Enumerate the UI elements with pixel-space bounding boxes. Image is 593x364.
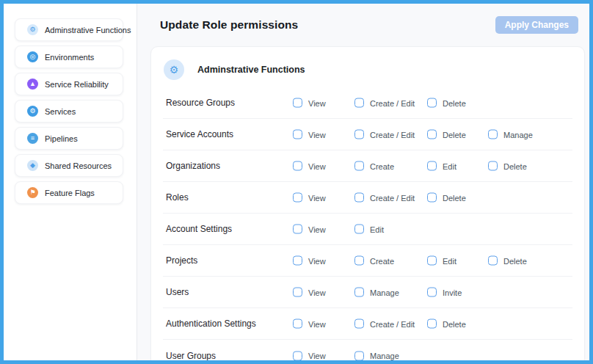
- permission-option-service-accounts-create-edit[interactable]: Create / Edit: [354, 130, 415, 139]
- checkbox-label: View: [308, 130, 326, 139]
- checkbox-label: View: [308, 98, 326, 107]
- checkbox[interactable]: [354, 98, 364, 108]
- checkbox[interactable]: [354, 225, 364, 234]
- sidebar-item-label: Service Reliability: [45, 80, 109, 89]
- permission-option-account-settings-view[interactable]: View: [293, 225, 326, 234]
- checkbox-label: Create / Edit: [370, 130, 415, 139]
- permission-option-service-accounts-view[interactable]: View: [293, 130, 326, 139]
- checkbox[interactable]: [293, 319, 302, 329]
- permission-row-label: Account Settings: [166, 224, 232, 234]
- sidebar-item-adminstrative-functions[interactable]: ⚙Adminstrative Functions: [15, 18, 123, 41]
- checkbox[interactable]: [354, 130, 364, 139]
- permission-option-service-accounts-manage[interactable]: Manage: [488, 130, 533, 139]
- permission-option-projects-delete[interactable]: Delete: [488, 256, 527, 266]
- checkbox-label: Manage: [503, 130, 533, 139]
- checkbox[interactable]: [427, 98, 437, 108]
- checkbox-label: Edit: [443, 161, 456, 170]
- permission-option-projects-create[interactable]: Create: [354, 256, 394, 266]
- sidebar-item-feature-flags[interactable]: ⚑Feature Flags: [15, 181, 123, 204]
- sidebar-item-shared-resources[interactable]: ◆Shared Resources: [15, 154, 123, 177]
- checkbox[interactable]: [354, 193, 364, 203]
- apply-changes-button[interactable]: Apply Changes: [495, 16, 578, 34]
- checkbox-label: Delete: [503, 256, 527, 265]
- checkbox-label: View: [308, 193, 326, 202]
- checkbox[interactable]: [293, 351, 302, 360]
- checkbox-label: View: [308, 288, 326, 296]
- checkbox-label: View: [308, 225, 326, 233]
- permission-option-roles-view[interactable]: View: [293, 193, 326, 203]
- flag-icon: ⚑: [27, 187, 38, 198]
- checkbox-label: View: [308, 256, 326, 265]
- checkbox[interactable]: [354, 351, 364, 360]
- checkbox-label: Edit: [443, 256, 456, 265]
- permission-row-account-settings: Account SettingsViewEdit: [163, 214, 572, 245]
- checkbox[interactable]: [293, 225, 302, 234]
- permission-option-organizations-view[interactable]: View: [293, 161, 326, 171]
- checkbox[interactable]: [427, 256, 437, 266]
- sidebar-list: ⚙Adminstrative Functions◎Environments▲Se…: [15, 18, 137, 204]
- permission-option-user-groups-manage[interactable]: Manage: [354, 351, 399, 360]
- permission-row-roles: RolesViewCreate / EditDelete: [163, 182, 572, 214]
- checkbox[interactable]: [293, 256, 302, 266]
- permission-row-authentication-settings: Authentication SettingsViewCreate / Edit…: [163, 308, 572, 340]
- checkbox[interactable]: [293, 193, 302, 203]
- permission-option-authentication-settings-create-edit[interactable]: Create / Edit: [354, 319, 415, 329]
- checkbox[interactable]: [293, 161, 302, 171]
- sidebar-item-label: Environments: [45, 53, 94, 62]
- permission-row-label: Roles: [166, 192, 189, 203]
- checkbox-label: Manage: [370, 352, 399, 360]
- gear-icon: ⚙: [164, 59, 184, 80]
- permission-option-resource-groups-view[interactable]: View: [293, 98, 326, 108]
- sidebar-item-service-reliability[interactable]: ▲Service Reliability: [15, 73, 123, 95]
- permission-row-projects: ProjectsViewCreateEditDelete: [163, 245, 572, 277]
- permissions-card-header: ⚙ Adminstrative Functions: [151, 47, 584, 87]
- permission-option-user-groups-view[interactable]: View: [293, 351, 326, 360]
- permission-option-projects-view[interactable]: View: [293, 256, 326, 266]
- checkbox-label: Manage: [370, 288, 399, 296]
- checkbox[interactable]: [354, 319, 364, 329]
- permission-row-resource-groups: Resource GroupsViewCreate / EditDelete: [163, 87, 572, 119]
- permission-row-label: Service Accounts: [166, 129, 233, 139]
- permission-option-roles-delete[interactable]: Delete: [427, 193, 466, 203]
- sidebar-item-pipelines[interactable]: ≡Pipelines: [15, 127, 123, 150]
- checkbox[interactable]: [293, 98, 302, 108]
- checkbox[interactable]: [293, 288, 302, 297]
- checkbox[interactable]: [427, 319, 437, 329]
- permission-option-organizations-delete[interactable]: Delete: [488, 161, 527, 171]
- checkbox[interactable]: [488, 161, 498, 171]
- checkbox-label: Delete: [443, 193, 466, 202]
- checkbox-label: Invite: [443, 288, 462, 296]
- sidebar-item-label: Feature Flags: [45, 189, 95, 197]
- checkbox[interactable]: [354, 161, 364, 171]
- permission-option-organizations-create[interactable]: Create: [354, 161, 394, 171]
- permission-option-service-accounts-delete[interactable]: Delete: [427, 130, 466, 139]
- permission-option-users-manage[interactable]: Manage: [354, 288, 399, 297]
- checkbox-label: Edit: [370, 225, 384, 233]
- permission-option-account-settings-edit[interactable]: Edit: [354, 225, 384, 234]
- sidebar-item-environments[interactable]: ◎Environments: [15, 46, 123, 68]
- permission-option-roles-create-edit[interactable]: Create / Edit: [354, 193, 415, 203]
- checkbox[interactable]: [488, 130, 498, 139]
- sidebar-item-services[interactable]: ⚙Services: [15, 100, 123, 123]
- globe-icon: ◎: [27, 51, 38, 62]
- checkbox[interactable]: [427, 193, 437, 203]
- permission-option-organizations-edit[interactable]: Edit: [427, 161, 456, 171]
- checkbox[interactable]: [427, 130, 437, 139]
- permission-option-resource-groups-create-edit[interactable]: Create / Edit: [354, 98, 415, 108]
- checkbox[interactable]: [354, 256, 364, 266]
- checkbox[interactable]: [354, 288, 364, 297]
- checkbox-label: View: [308, 161, 326, 170]
- permission-option-users-invite[interactable]: Invite: [427, 288, 462, 297]
- permission-option-authentication-settings-view[interactable]: View: [293, 319, 326, 329]
- checkbox[interactable]: [488, 256, 498, 266]
- permission-option-users-view[interactable]: View: [293, 288, 326, 297]
- permission-option-projects-edit[interactable]: Edit: [427, 256, 456, 266]
- checkbox[interactable]: [427, 161, 437, 171]
- permission-option-authentication-settings-delete[interactable]: Delete: [427, 319, 466, 329]
- permission-option-resource-groups-delete[interactable]: Delete: [427, 98, 466, 108]
- checkbox[interactable]: [427, 288, 437, 297]
- permission-row-user-groups: User GroupsViewManage: [163, 340, 572, 360]
- permission-row-label: User Groups: [166, 351, 216, 361]
- checkbox[interactable]: [293, 130, 302, 139]
- permission-rows: Resource GroupsViewCreate / EditDeleteSe…: [163, 87, 572, 360]
